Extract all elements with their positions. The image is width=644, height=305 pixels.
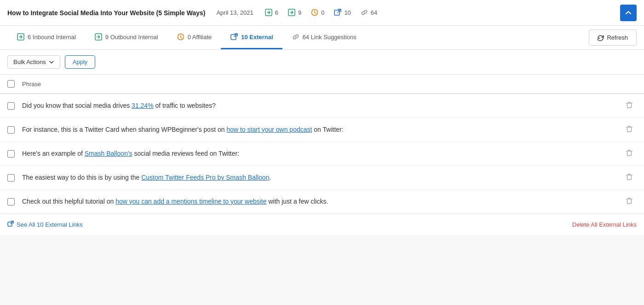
tab-outbound-internal[interactable]: 9 Outbound Internal [85,26,167,49]
tab-inbound-internal[interactable]: 6 Inbound Internal [7,26,85,49]
row3-action [622,149,637,158]
inbound-icon [264,9,273,17]
phrase-header: Phrase [22,81,637,88]
header-stats: 6 9 0 [264,9,609,17]
row3-checkbox-col [7,150,22,158]
row4-text: The easiest way to do this is by using t… [22,173,622,182]
table-header: Phrase [0,75,644,94]
row1-checkbox[interactable] [7,102,15,110]
delete-all-link[interactable]: Delete All External Links [572,221,637,228]
row5-link[interactable]: how you can add a mentions timeline to y… [115,198,266,205]
table-row: For instance, this is a Twitter Card whe… [0,118,644,142]
row1-action [622,101,637,111]
row4-checkbox-col [7,174,22,182]
row5-checkbox-col [7,198,22,205]
header-stat-inbound-count: 6 [275,9,278,16]
header-stat-links-count: 64 [371,9,377,16]
row1-link[interactable]: 31.24% [132,102,153,109]
tab-inbound-icon [17,33,25,41]
row4-delete-icon[interactable] [626,173,632,182]
row3-delete-icon[interactable] [626,149,632,158]
see-all-link[interactable]: See All 10 External Links [7,221,83,229]
bulk-actions-label: Bulk Actions [13,59,46,65]
row2-action [622,125,637,135]
header-stat-external-count: 10 [344,9,351,16]
row1-text-after: of traffic to websites? [154,102,216,109]
apply-button[interactable]: Apply [65,55,96,69]
links-table: Phrase Did you know that social media dr… [0,75,644,235]
row5-text: Check out this helpful tutorial on how y… [22,197,622,206]
header-checkbox-col [7,80,22,88]
row2-link[interactable]: how to start your own podcast [226,126,312,133]
page-title: How to Integrate Social Media Into Your … [7,9,205,17]
tab-external-label: 10 External [241,34,273,41]
tab-link-suggestions-label: 64 Link Suggestions [303,34,356,41]
row5-action [622,197,637,206]
row5-checkbox[interactable] [7,198,15,205]
affiliate-icon [310,9,319,17]
tab-affiliate[interactable]: 0 Affiliate [167,26,221,49]
row3-link[interactable]: Smash Balloon's [85,150,132,157]
row1-text-before: Did you know that social media drives [22,102,132,109]
row5-text-after: with just a few clicks. [267,198,328,205]
row2-text-before: For instance, this is a Twitter Card whe… [22,126,226,133]
row2-text-after: on Twitter: [312,126,343,133]
row3-checkbox[interactable] [7,150,15,158]
scroll-up-button[interactable] [620,5,637,21]
row3-text-after: social media reviews feed on Twitter: [132,150,239,157]
tab-inbound-label: 6 Inbound Internal [28,34,76,41]
header-stat-affiliate-count: 0 [321,9,324,16]
external-icon [334,9,342,17]
table-row: Here's an example of Smash Balloon's soc… [0,142,644,166]
row3-text: Here's an example of Smash Balloon's soc… [22,149,622,158]
refresh-button[interactable]: Refresh [589,29,637,46]
row4-checkbox[interactable] [7,174,15,182]
outbound-icon [288,9,296,17]
row1-text: Did you know that social media drives 31… [22,101,622,111]
row4-text-after: . [269,174,271,181]
row4-link[interactable]: Custom Twitter Feeds Pro by Smash Balloo… [141,174,269,181]
toolbar: Bulk Actions Apply [0,50,644,75]
tab-link-suggestions[interactable]: 64 Link Suggestions [282,26,366,49]
tabs-bar: 6 Inbound Internal 9 Outbound Internal 0… [0,26,644,50]
header-stat-outbound: 9 [288,9,301,17]
row1-checkbox-col [7,102,22,110]
tab-external[interactable]: 10 External [221,26,282,49]
page-date: April 13, 2021 [216,9,253,16]
row2-delete-icon[interactable] [626,125,632,135]
row2-text: For instance, this is a Twitter Card whe… [22,125,622,135]
table-row: The easiest way to do this is by using t… [0,166,644,190]
link-icon [360,9,368,17]
row4-text-before: The easiest way to do this is by using t… [22,174,141,181]
delete-all-label: Delete All External Links [572,221,637,228]
row3-text-before: Here's an example of [22,150,85,157]
row5-delete-icon[interactable] [626,197,632,206]
header-stat-inbound: 6 [264,9,278,17]
top-header: How to Integrate Social Media Into Your … [0,0,644,26]
tab-link-suggestions-icon [292,33,300,41]
header-stat-affiliate: 0 [310,9,324,17]
table-footer: See All 10 External Links Delete All Ext… [0,214,644,235]
table-row: Check out this helpful tutorial on how y… [0,190,644,214]
see-all-icon [7,221,14,229]
header-stat-outbound-count: 9 [298,9,301,16]
row2-checkbox-col [7,126,22,134]
bulk-actions-button[interactable]: Bulk Actions [7,55,60,69]
refresh-label: Refresh [607,34,628,41]
tab-outbound-icon [94,33,103,41]
apply-label: Apply [73,59,88,65]
row4-action [622,173,637,182]
tab-affiliate-label: 0 Affiliate [188,34,212,41]
tab-external-icon [230,33,238,41]
header-stat-links: 64 [360,9,377,17]
row5-text-before: Check out this helpful tutorial on [22,198,115,205]
row2-checkbox[interactable] [7,126,15,134]
see-all-label: See All 10 External Links [17,221,83,228]
select-all-checkbox[interactable] [7,80,15,88]
header-stat-external: 10 [334,9,351,17]
row1-delete-icon[interactable] [626,101,632,111]
tab-affiliate-icon [177,33,185,41]
tab-outbound-label: 9 Outbound Internal [105,34,158,41]
table-row: Did you know that social media drives 31… [0,94,644,118]
